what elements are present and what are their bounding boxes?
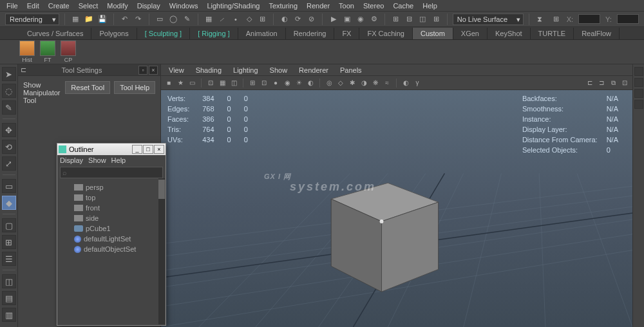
outliner-scrollbar[interactable] bbox=[158, 178, 165, 324]
snap-point-icon[interactable]: • bbox=[230, 14, 241, 25]
vp-menu-renderer[interactable]: Renderer bbox=[294, 65, 334, 75]
live-surface-dropdown[interactable]: No Live Surface bbox=[453, 14, 524, 25]
tool-help-button[interactable]: Tool Help bbox=[114, 81, 155, 94]
minimize-icon[interactable]: _ bbox=[132, 145, 142, 154]
vp-menu-show[interactable]: Show bbox=[265, 65, 293, 75]
vp-aa-icon[interactable]: ≈ bbox=[382, 78, 392, 88]
vp-grid-icon[interactable]: ⊞ bbox=[247, 78, 258, 88]
menu-create[interactable]: Create bbox=[44, 1, 73, 11]
outliner-item-front[interactable]: front bbox=[57, 203, 166, 213]
new-scene-icon[interactable]: ▦ bbox=[70, 14, 81, 25]
menu-lightingshading[interactable]: Lighting/Shading bbox=[203, 1, 263, 11]
layout-1-icon[interactable]: ⊞ bbox=[390, 14, 401, 25]
outliner-item-pcube1[interactable]: pCube1 bbox=[57, 223, 166, 234]
outliner-search-field[interactable]: ⌕ bbox=[60, 167, 163, 178]
vp-use-lights-icon[interactable]: ☀ bbox=[294, 78, 304, 88]
outliner-item-persp[interactable]: persp bbox=[57, 182, 166, 192]
toggle-icon[interactable]: ◐ bbox=[279, 14, 290, 25]
outliner-window[interactable]: Outliner _ □ × DisplayShowHelp ⌕ perspto… bbox=[57, 143, 166, 326]
modeling-toolkit-icon[interactable] bbox=[634, 100, 643, 109]
workspace-dropdown[interactable]: Rendering bbox=[5, 14, 59, 25]
menu-display[interactable]: Display bbox=[133, 1, 164, 11]
snap-view-icon[interactable]: ⊞ bbox=[257, 14, 268, 25]
menu-help[interactable]: Help bbox=[419, 1, 441, 11]
vp-popout-icon[interactable]: ⧉ bbox=[608, 78, 618, 88]
shelf-tab-fxcaching[interactable]: FX Caching bbox=[359, 28, 412, 39]
shelf-tab-realflow[interactable]: RealFlow bbox=[574, 28, 620, 39]
shelf-tab-animation[interactable]: Animation bbox=[238, 28, 286, 39]
x-coord-field[interactable] bbox=[578, 14, 600, 24]
vp-isolate-icon[interactable]: ◎ bbox=[324, 78, 334, 88]
render-icon[interactable]: ▶ bbox=[328, 14, 339, 25]
undock-icon[interactable]: ▫ bbox=[138, 66, 147, 75]
outliner-menu-show[interactable]: Show bbox=[88, 156, 106, 164]
undo-icon[interactable]: ↶ bbox=[119, 14, 130, 25]
vp-menu-shading[interactable]: Shading bbox=[191, 65, 227, 75]
snap-curve-icon[interactable]: ⟋ bbox=[216, 14, 227, 25]
perspective-viewport[interactable]: Verts:38400Edges:76800Faces:38600Tris:76… bbox=[161, 90, 632, 327]
maximize-icon[interactable]: □ bbox=[143, 145, 153, 154]
layer-editor-icon[interactable] bbox=[634, 78, 643, 87]
shelf-item-ft[interactable]: FT bbox=[40, 41, 55, 63]
menu-file[interactable]: File bbox=[3, 1, 22, 11]
redo-icon[interactable]: ↷ bbox=[133, 14, 144, 25]
shelf-tab-curvessurfaces[interactable]: Curves / Surfaces bbox=[19, 28, 91, 39]
panel-toggle-icon[interactable]: ⊞ bbox=[551, 14, 562, 25]
vp-bookmark-icon[interactable]: ★ bbox=[175, 78, 185, 88]
select-mode-icon[interactable]: ▭ bbox=[155, 14, 166, 25]
menu-edit[interactable]: Edit bbox=[23, 1, 43, 11]
vp-motion-blur-icon[interactable]: ❋ bbox=[370, 78, 381, 88]
dock-left-icon[interactable]: ⊏ bbox=[21, 66, 26, 74]
vp-dock-left-icon[interactable]: ⊏ bbox=[585, 78, 595, 88]
outliner-menu-display[interactable]: Display bbox=[60, 156, 83, 164]
shelf-tab-xgen[interactable]: XGen bbox=[453, 28, 488, 39]
snap-grid-icon[interactable]: ▦ bbox=[204, 14, 214, 25]
y-coord-field[interactable] bbox=[617, 14, 639, 24]
vp-camera-select-icon[interactable]: ■ bbox=[164, 78, 174, 88]
shelf-tab-fx[interactable]: FX bbox=[334, 28, 359, 39]
outliner-item-top[interactable]: top bbox=[57, 192, 166, 203]
graph-editor-icon[interactable]: ▥ bbox=[2, 308, 16, 322]
menu-stereo[interactable]: Stereo bbox=[359, 1, 388, 11]
vp-xray-joints-icon[interactable]: ✱ bbox=[347, 78, 357, 88]
shelf-item-cp[interactable]: CP bbox=[61, 41, 76, 63]
menu-render[interactable]: Render bbox=[303, 1, 334, 11]
single-pane-icon[interactable]: ▢ bbox=[2, 218, 16, 232]
ipr-icon[interactable]: ◉ bbox=[355, 14, 366, 25]
open-scene-icon[interactable]: 📁 bbox=[84, 14, 95, 25]
vp-menu-panels[interactable]: Panels bbox=[335, 65, 367, 75]
vp-gamma-icon[interactable]: γ bbox=[412, 78, 422, 88]
vp-menu-view[interactable]: View bbox=[164, 65, 189, 75]
close-icon[interactable]: × bbox=[154, 145, 164, 154]
vp-gate-icon[interactable]: ⊡ bbox=[205, 78, 216, 88]
shelf-tab-rendering[interactable]: Rendering bbox=[286, 28, 335, 39]
vp-shadows-icon[interactable]: ◐ bbox=[305, 78, 316, 88]
lasso-tool-icon[interactable]: ◌ bbox=[2, 84, 16, 98]
rotate-tool-icon[interactable]: ⟲ bbox=[2, 140, 16, 154]
save-scene-icon[interactable]: 💾 bbox=[97, 14, 108, 25]
channel-box-icon[interactable] bbox=[634, 67, 643, 76]
show-manip-tool-icon[interactable]: ◆ bbox=[2, 196, 16, 210]
menu-texturing[interactable]: Texturing bbox=[265, 1, 301, 11]
vp-shaded-icon[interactable]: ● bbox=[270, 78, 281, 88]
vp-xray-icon[interactable]: ◇ bbox=[336, 78, 346, 88]
menu-select[interactable]: Select bbox=[75, 1, 102, 11]
history-icon[interactable]: ⟳ bbox=[292, 14, 303, 25]
last-tool-icon[interactable]: ▭ bbox=[2, 179, 16, 193]
reset-tool-button[interactable]: Reset Tool bbox=[65, 81, 110, 94]
history-off-icon[interactable]: ⊘ bbox=[306, 14, 317, 25]
outliner-item-defaultobjectset[interactable]: defaultObjectSet bbox=[57, 244, 166, 254]
vp-exposure-icon[interactable]: ◐ bbox=[401, 78, 411, 88]
vp-maximize-icon[interactable]: ⊡ bbox=[620, 78, 630, 88]
vp-safe-icon[interactable]: ◫ bbox=[229, 78, 239, 88]
sym-icon[interactable]: ⧗ bbox=[535, 14, 545, 25]
menu-windows[interactable]: Windows bbox=[166, 1, 202, 11]
layout-3-icon[interactable]: ◫ bbox=[417, 14, 428, 25]
vp-menu-lighting[interactable]: Lighting bbox=[228, 65, 263, 75]
shelf-tab-sculpting[interactable]: [ Sculpting ] bbox=[137, 28, 190, 39]
outliner-item-side[interactable]: side bbox=[57, 213, 166, 223]
menu-toon[interactable]: Toon bbox=[335, 1, 358, 11]
outliner-pane-icon[interactable]: ☰ bbox=[2, 252, 16, 266]
shelf-tab-keyshot[interactable]: KeyShot bbox=[488, 28, 531, 39]
hypershade-icon[interactable]: ▤ bbox=[2, 291, 16, 305]
